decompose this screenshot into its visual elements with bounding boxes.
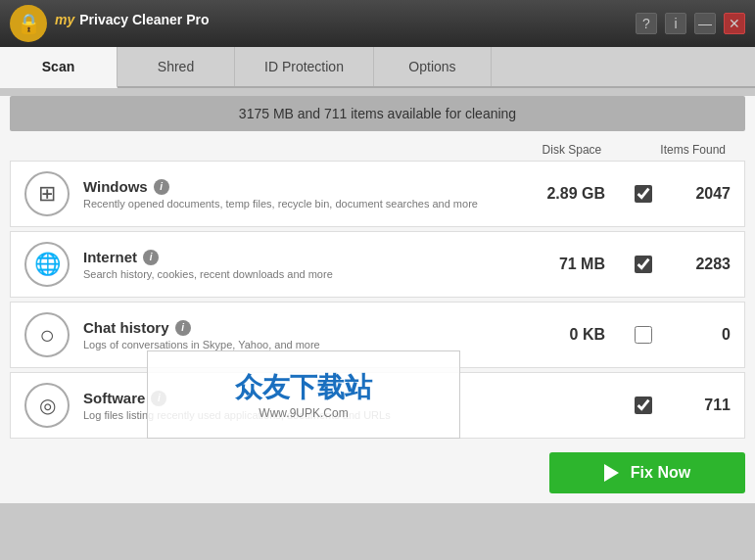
software-info-icon[interactable]: i <box>151 391 166 406</box>
bottom-bar: Fix Now <box>0 443 755 503</box>
chat-info: Chat history i Logs of conversations in … <box>83 319 513 350</box>
column-headers: Disk Space Items Found <box>0 139 745 161</box>
chat-checkbox[interactable] <box>635 326 652 344</box>
category-row-software: ◎ Software i Log files listing recently … <box>10 372 745 439</box>
windows-description: Recently opened documents, temp files, r… <box>83 198 513 210</box>
info-button[interactable]: i <box>665 13 686 34</box>
chat-description: Logs of conversations in Skype, Yahoo, a… <box>83 339 513 350</box>
tab-shred[interactable]: Shred <box>118 47 235 86</box>
fix-now-button[interactable]: Fix Now <box>549 452 745 493</box>
title-bar-controls: ? i — ✕ <box>636 13 745 34</box>
internet-items-found: 2283 <box>682 256 731 273</box>
software-checkbox[interactable] <box>635 397 652 414</box>
internet-info: Internet i Search history, cookies, rece… <box>83 249 513 280</box>
title-bar: 🔒 my Privacy Cleaner Pro ? i — ✕ <box>0 0 755 47</box>
software-items-found: 711 <box>682 397 731 414</box>
internet-description: Search history, cookies, recent download… <box>83 268 513 280</box>
windows-info: Windows i Recently opened documents, tem… <box>83 178 513 210</box>
chat-items-found: 0 <box>682 326 731 344</box>
chat-info-icon[interactable]: i <box>175 320 191 336</box>
help-button[interactable]: ? <box>636 13 657 34</box>
tab-scan[interactable]: Scan <box>0 47 118 88</box>
category-row-windows: ⊞ Windows i Recently opened documents, t… <box>10 161 745 227</box>
app-title-main: Privacy Cleaner Pro <box>79 12 209 27</box>
col-disk-space: Disk Space <box>543 143 602 157</box>
tab-id-protection[interactable]: ID Protection <box>235 47 374 86</box>
close-button[interactable]: ✕ <box>724 13 745 34</box>
app-title-my: my <box>55 12 74 27</box>
software-icon: ◎ <box>24 383 70 428</box>
internet-name: Internet <box>83 249 137 265</box>
internet-disk-space: 71 MB <box>527 256 605 273</box>
tab-bar: Scan Shred ID Protection Options <box>0 47 755 88</box>
windows-icon: ⊞ <box>24 171 70 216</box>
category-row-internet: 🌐 Internet i Search history, cookies, re… <box>10 231 745 298</box>
chat-icon: ○ <box>24 312 70 357</box>
chat-name-row: Chat history i <box>83 319 513 336</box>
fix-now-label: Fix Now <box>631 464 690 482</box>
app-logo: 🔒 <box>10 5 47 42</box>
internet-info-icon[interactable]: i <box>143 250 159 265</box>
summary-bar: 3175 MB and 711 items available for clea… <box>10 96 745 131</box>
software-name-row: Software i <box>83 390 513 406</box>
internet-name-row: Internet i <box>83 249 513 265</box>
col-items-found: Items Found <box>660 143 726 157</box>
internet-checkbox[interactable] <box>635 256 652 273</box>
app-title: my Privacy Cleaner Pro <box>55 12 210 36</box>
internet-icon: 🌐 <box>24 242 70 287</box>
software-info: Software i Log files listing recently us… <box>83 390 513 421</box>
tab-options[interactable]: Options <box>374 47 492 86</box>
chat-disk-space: 0 KB <box>527 326 605 344</box>
play-icon <box>604 464 619 482</box>
windows-name-row: Windows i <box>83 178 513 195</box>
main-content: 3175 MB and 711 items available for clea… <box>0 96 755 503</box>
windows-items-found: 2047 <box>682 185 731 203</box>
software-description: Log files listing recently used applicat… <box>83 409 513 421</box>
software-name: Software <box>83 390 145 406</box>
windows-name: Windows <box>83 178 148 195</box>
windows-checkbox[interactable] <box>635 185 652 203</box>
windows-disk-space: 2.89 GB <box>527 185 605 203</box>
categories-list: ⊞ Windows i Recently opened documents, t… <box>0 161 755 439</box>
chat-name: Chat history <box>83 319 169 336</box>
minimize-button[interactable]: — <box>694 13 716 34</box>
title-bar-left: 🔒 my Privacy Cleaner Pro <box>10 5 210 42</box>
windows-info-icon[interactable]: i <box>154 179 169 195</box>
category-row-chat: ○ Chat history i Logs of conversations i… <box>10 302 745 368</box>
